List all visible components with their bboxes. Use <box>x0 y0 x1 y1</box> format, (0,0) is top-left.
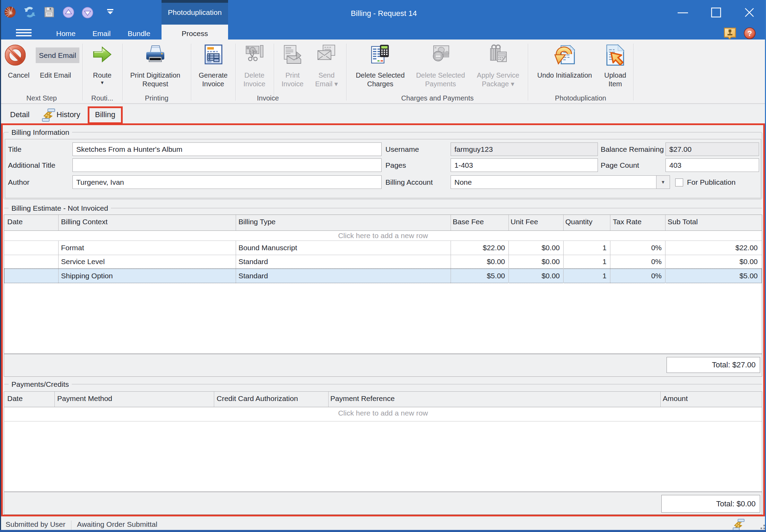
svg-text:?: ? <box>747 29 752 38</box>
